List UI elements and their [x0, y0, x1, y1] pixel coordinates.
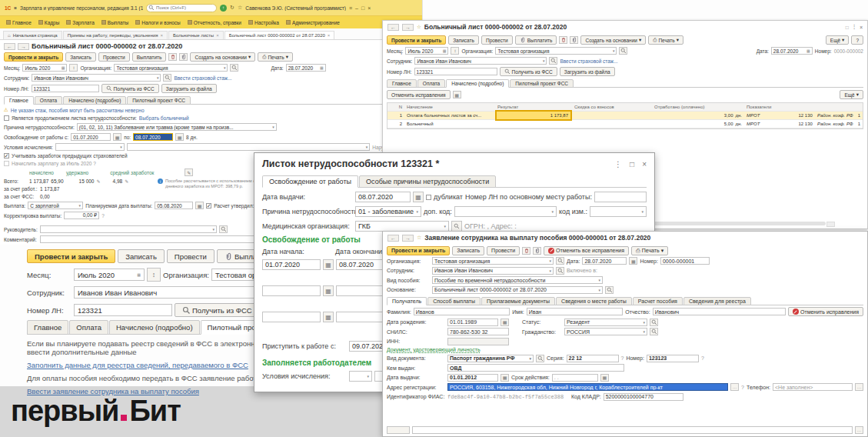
pay-button[interactable]: Выплатить [132, 52, 167, 62]
post-close-button[interactable]: Провести и закрыть [387, 35, 446, 45]
close-icon[interactable]: × [367, 5, 371, 11]
delete-icon[interactable] [522, 247, 530, 255]
prev-earnings-checkbox[interactable]: ✓ [4, 153, 9, 158]
attachment-icon[interactable] [533, 247, 541, 255]
month-field[interactable]: Июль 2020▦ [22, 64, 67, 72]
correction-field[interactable]: 0,00 ₽ [64, 212, 99, 219]
cancel-corrections-button[interactable]: Отменить исправления [387, 90, 451, 99]
more-button[interactable]: Ещё▾ [826, 35, 850, 45]
help-icon[interactable]: ? [101, 213, 105, 218]
tab-bolnichnye-listy[interactable]: Больничные листы× [168, 31, 224, 39]
load-from-file-button[interactable]: Загрузить из файла [560, 67, 615, 76]
enter-insurance-record-link[interactable]: Ввести страховой стаж... [174, 75, 231, 81]
calendar-icon[interactable]: ▦ [501, 374, 509, 382]
calendar-icon[interactable]: ▦ [600, 374, 609, 382]
org-field[interactable]: Тестовая организация▾ [432, 257, 554, 265]
window-menu-icon[interactable]: ⋮ [852, 24, 857, 30]
med-org-field[interactable]: ГКБ▾ [355, 221, 449, 232]
delete-icon[interactable] [168, 53, 177, 61]
window-menu-icon[interactable]: ≡ [349, 5, 352, 11]
basis-field[interactable]: Больничный лист 0000-000002 от 28.07.202… [432, 286, 603, 294]
get-from-fss-button[interactable]: Получить из ФСС [175, 303, 260, 317]
month-stepper[interactable]: ↕ [451, 47, 459, 55]
chevron-down-icon[interactable]: ▾ [641, 209, 644, 214]
tab-recipient[interactable]: Получатель [387, 297, 427, 305]
release-from-field[interactable]: 01.07.2020 [71, 133, 111, 141]
post-button[interactable]: Провести [481, 35, 513, 45]
start-date-field-3[interactable] [262, 312, 321, 322]
calendar-icon[interactable]: ▦ [443, 48, 447, 53]
continuation-checkbox[interactable] [4, 115, 9, 121]
tab-priemy[interactable]: Приемы на работу, переводы, увольнения× [63, 31, 168, 39]
favorite-star-icon[interactable]: ☆ [417, 24, 421, 30]
chevron-down-icon[interactable]: ▾ [444, 224, 446, 229]
favorite-star-icon[interactable]: ☆ [417, 235, 421, 241]
employee-field[interactable]: Иванов Иван Иванович▾ [414, 57, 547, 65]
tab-benefit-calc[interactable]: Расчет пособия [633, 297, 683, 305]
pencil-icon[interactable]: ✎ [96, 178, 100, 184]
refresh-icon[interactable]: ↻ [230, 5, 234, 11]
release-to-field[interactable]: 08.07.2020 [133, 133, 173, 141]
ln-field[interactable]: 123321 [74, 304, 172, 316]
back-icon[interactable]: ← [4, 43, 15, 50]
close-icon[interactable]: × [860, 25, 863, 30]
doc-type-field[interactable]: Паспорт гражданина РФ▾ [447, 355, 534, 362]
help-icon[interactable]: ? [621, 355, 624, 361]
month-stepper[interactable]: ↕ [69, 64, 78, 72]
phone-open-icon[interactable]: … [855, 383, 863, 391]
col-worked[interactable]: Отработано (оплачено) [652, 103, 744, 111]
cancel-correction-button[interactable]: Отменить исправления [788, 307, 863, 316]
ln-field[interactable]: 123321 [32, 85, 99, 92]
table-row[interactable]: 1 Оплата больничных листов за сч... 1 17… [387, 112, 863, 120]
org-field[interactable]: Тестовая организация▾ [495, 47, 617, 55]
help-button[interactable]: ? [851, 35, 863, 45]
issued-field[interactable]: 08.07.2020 [355, 192, 411, 202]
issuer-field[interactable]: ОВД [447, 364, 624, 372]
enter-insurance-record-link[interactable]: Ввести страховой стаж... [560, 58, 617, 64]
chevron-down-icon[interactable]: ▾ [367, 374, 369, 379]
tab-oplata[interactable]: Оплата [417, 79, 445, 88]
tab-glavnoe[interactable]: Главное [27, 320, 68, 335]
service-status-icon[interactable]: ↑ [220, 5, 227, 12]
save-button[interactable]: Записать [452, 246, 484, 255]
col-accrual[interactable]: Начисление [404, 103, 495, 111]
menu-item-glavnoe[interactable]: Главное [6, 20, 32, 25]
calendar-icon[interactable]: ▦ [195, 202, 204, 209]
reason-field[interactable]: (01, 02, 10, 11) Заболевание или травма … [77, 123, 277, 131]
cell-result-selected[interactable]: 1 173,87 [495, 110, 572, 121]
forward-icon[interactable]: → [402, 24, 414, 31]
date-field[interactable]: 28.07.2020 [582, 257, 627, 265]
phone-field[interactable]: <Не заполнен> [773, 383, 853, 391]
save-button[interactable]: Записать [65, 52, 96, 62]
tab-oplata[interactable]: Оплата [69, 320, 108, 335]
benefit-type-field[interactable]: Пособие по временной нетрудоспособности▾ [432, 276, 603, 284]
month-field[interactable]: Июль 2020▦ [74, 269, 145, 281]
planned-date-field[interactable]: 05.08.2020 [155, 202, 193, 209]
med-org-open-icon[interactable] [451, 221, 462, 232]
tab-nachisleno[interactable]: Начислено (подробно) [63, 96, 126, 105]
calendar-icon[interactable]: ▦ [323, 312, 334, 322]
maximize-icon[interactable]: □ [361, 5, 364, 11]
tab-attached-docs[interactable]: Прилагаемые документы [481, 297, 555, 305]
forward-icon[interactable]: → [402, 235, 414, 242]
col-discount[interactable]: Скидка со взносов [572, 103, 652, 111]
menu-item-nalogi[interactable]: Налоги и взносы [135, 20, 181, 25]
duplicate-checkbox[interactable] [426, 195, 431, 200]
chevron-down-icon[interactable]: ▾ [549, 269, 551, 273]
help-icon[interactable]: ? [741, 385, 744, 390]
close-icon[interactable]: × [642, 160, 647, 168]
dialog-menu-icon[interactable]: ⋮ [614, 160, 622, 168]
tab-pilot-fss[interactable]: Пилотный проект ФСС [127, 96, 191, 105]
status-field[interactable]: Резидент▾ [564, 319, 647, 326]
last-name-field[interactable]: Иванов [414, 308, 510, 315]
close-tab-icon[interactable]: × [328, 33, 331, 38]
calendar-icon[interactable]: ▦ [806, 48, 810, 53]
post-button[interactable]: Провести [167, 249, 215, 263]
tab-glavnoe[interactable]: Главное [4, 96, 34, 105]
snils-field[interactable]: 780-862-530 32 [447, 328, 509, 335]
basis-open-icon[interactable] [605, 286, 614, 294]
employee-field[interactable]: Иванов Иван Иванович▾ [432, 267, 554, 275]
conditions-field-1[interactable]: ▾ [55, 143, 125, 151]
head-field[interactable]: ▾ [40, 225, 217, 233]
number-field[interactable]: 0000-000001 [660, 257, 710, 265]
